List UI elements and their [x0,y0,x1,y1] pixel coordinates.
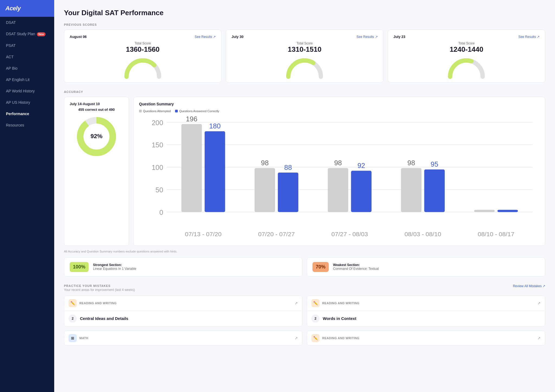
gauge-container [231,56,377,78]
sidebar-item-ap-world-history[interactable]: AP World History [0,85,54,97]
sidebar-item-performance[interactable]: Performance [0,108,54,119]
bar-chart-svg: 05010015020019618007/13 - 07/20988807/20… [139,115,540,240]
gauge-svg [447,56,485,78]
strongest-label: Strongest Section: [93,263,136,267]
mistake-icon-bottom: ✏️ [311,334,320,342]
mistake-category-bottom: MATH [79,336,295,340]
logo-area: Acely [0,0,54,17]
mistake-card-header-bottom: ✏️ READING AND WRITING ↗ [307,331,545,345]
qs-title: Question Summary [139,102,540,106]
mistake-card-1[interactable]: ✏️ READING AND WRITING ↗ 2 Words in Cont… [307,296,545,327]
strongest-info: Strongest Section: Linear Equations In 1… [93,263,136,271]
practice-sub: Your recent areas for improvement (last … [64,288,135,292]
nav-items: DSATDSAT Study PlanNewPSATACTAP BioAP En… [0,17,54,131]
sidebar-item-dsat[interactable]: DSAT [0,17,54,28]
svg-text:50: 50 [156,186,163,194]
sidebar-item-dsat-study-plan[interactable]: DSAT Study PlanNew [0,28,54,40]
svg-text:98: 98 [334,159,342,167]
mistake-card-bottom-0[interactable]: ⊞ MATH ↗ [64,331,302,346]
mistake-arrow-icon-bottom: ↗ [295,336,298,340]
mistake-cards: ✏️ READING AND WRITING ↗ 2 Central Ideas… [64,296,545,327]
accuracy-date-range: July 14-August 10 [70,102,123,106]
score-date: August 06 [70,35,87,39]
svg-text:92: 92 [357,162,365,169]
strongest-pct: 100% [70,262,89,272]
score-date: July 30 [231,35,243,39]
bar-attempted [474,210,495,212]
svg-text:98: 98 [407,159,415,167]
score-card-2: July 23 See Results ↗ Total Score 1240-1… [388,30,545,83]
svg-text:07/13 - 07/20: 07/13 - 07/20 [185,231,221,238]
practice-header: PRACTICE YOUR MISTAKES Your recent areas… [64,284,545,292]
mistake-arrow-icon: ↗ [537,301,541,305]
score-card-header: July 30 See Results ↗ [231,35,377,39]
sidebar-item-label: DSAT [6,20,16,25]
mistake-arrow-icon-bottom: ↗ [537,336,541,340]
legend-dot [175,110,178,112]
bar-correct [424,169,445,212]
svg-text:0: 0 [159,209,163,216]
mistake-category-bottom: READING AND WRITING [322,336,537,340]
page-title: Your Digital SAT Performance [64,9,545,17]
weakest-info: Weakest Section: Command Of Evidence: Te… [333,263,379,271]
svg-text:98: 98 [261,159,269,167]
sidebar-item-act[interactable]: ACT [0,51,54,63]
see-results-link[interactable]: See Results ↗ [518,35,540,39]
review-all-link[interactable]: Review All Mistakes ↗ [513,284,545,288]
mistake-card-body: 2 Words in Context [307,311,545,326]
bar-correct [278,173,298,212]
see-results-link[interactable]: See Results ↗ [195,35,216,39]
question-summary-card: Question Summary Questions Attempted Que… [133,97,545,246]
svg-text:100: 100 [152,164,163,171]
bar-correct [498,210,518,212]
mistake-icon: ✏️ [311,299,320,307]
mistake-category: READING AND WRITING [79,302,295,305]
svg-text:07/20 - 07/27: 07/20 - 07/27 [258,231,295,238]
sidebar-item-ap-english-lit[interactable]: AP English Lit [0,74,54,85]
mistake-arrow-icon: ↗ [295,301,298,305]
sidebar-item-psat[interactable]: PSAT [0,40,54,51]
sidebar-item-ap-bio[interactable]: AP Bio [0,63,54,74]
svg-text:07/27 - 08/03: 07/27 - 08/03 [331,231,368,238]
mistake-category: READING AND WRITING [322,302,537,305]
sidebar-item-label: AP Bio [6,66,18,70]
strongest-card: 100% Strongest Section: Linear Equations… [64,257,302,277]
sidebar-item-ap-us-history[interactable]: AP US History [0,97,54,108]
mistake-card-bottom-1[interactable]: ✏️ READING AND WRITING ↗ [307,331,545,346]
previous-scores-label: PREVIOUS SCORES [64,23,545,26]
sidebar-item-label: AP World History [6,89,35,93]
total-score-value: 1360-1560 [70,45,216,54]
legend-dot [139,110,142,112]
donut-chart: 92% [70,115,123,158]
score-card-0: August 06 See Results ↗ Total Score 1360… [64,30,221,83]
score-card-header: July 23 See Results ↗ [393,35,540,39]
mistake-cards-bottom: ⊞ MATH ↗ ✏️ READING AND WRITING ↗ [64,331,545,346]
svg-text:08/10 - 08/17: 08/10 - 08/17 [478,231,514,238]
see-results-link[interactable]: See Results ↗ [357,35,378,39]
gauge-svg [124,56,162,78]
legend-item: Questions Attempted [139,109,171,113]
mistake-icon: ✏️ [69,299,77,307]
svg-text:88: 88 [284,164,292,171]
bar-correct [351,171,372,212]
donut-svg: 92% [75,115,118,158]
gauge-container [70,56,216,78]
svg-text:08/03 - 08/10: 08/03 - 08/10 [405,231,441,238]
new-badge: New [37,32,46,36]
mistake-name: Words in Context [323,316,356,321]
gauge-svg [286,56,324,78]
mistake-card-0[interactable]: ✏️ READING AND WRITING ↗ 2 Central Ideas… [64,296,302,327]
accuracy-correct: 455 correct out of 490 [70,108,123,112]
total-score-value: 1240-1440 [393,45,540,54]
sidebar-item-resources[interactable]: Resources [0,119,54,131]
mistake-card-header-bottom: ⊞ MATH ↗ [64,331,302,345]
mistake-card-header: ✏️ READING AND WRITING ↗ [64,296,302,311]
total-score-label: Total Score [231,41,377,45]
sidebar-item-label: PSAT [6,43,16,48]
mistake-name: Central Ideas and Details [80,316,128,321]
bar-attempted [401,168,422,212]
logo: Acely [5,5,21,12]
score-card-1: July 30 See Results ↗ Total Score 1310-1… [226,30,383,83]
mistake-count: 2 [311,315,320,323]
bar-attempted [181,124,202,212]
